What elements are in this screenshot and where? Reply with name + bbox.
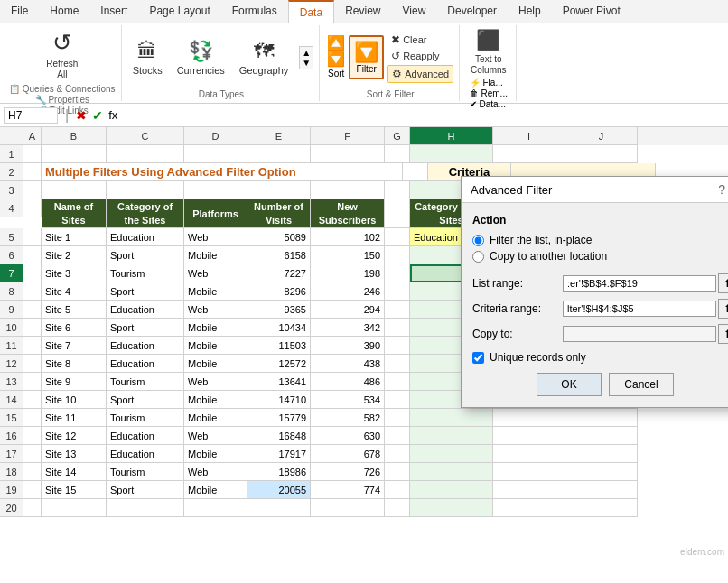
col-header-a[interactable]: A [23, 127, 42, 145]
cell-d4[interactable]: Platforms [184, 199, 247, 228]
tab-insert[interactable]: Insert [89, 0, 138, 23]
tab-page-layout[interactable]: Page Layout [138, 0, 220, 23]
row-header-9[interactable]: 9 [0, 301, 23, 319]
filter-button[interactable]: 🔽 Filter [349, 35, 384, 79]
remove-dup-btn[interactable]: 🗑 Rem... [470, 88, 508, 98]
flash-fill-btn[interactable]: ⚡ Fla... [470, 78, 508, 88]
radio-filter-inplace[interactable]: Filter the list, in-place [472, 234, 728, 246]
cell-c4[interactable]: Category of the Sites [107, 199, 184, 228]
list-range-input[interactable] [563, 275, 716, 292]
col-header-c[interactable]: C [107, 127, 184, 145]
tab-file[interactable]: File [0, 0, 39, 23]
row-header-19[interactable]: 19 [0, 481, 23, 499]
cell-b3[interactable] [42, 181, 107, 199]
row-header-12[interactable]: 12 [0, 355, 23, 373]
text-to-columns-button[interactable]: ⬛ Text toColumns [467, 27, 509, 78]
row-header-10[interactable]: 10 [0, 319, 23, 337]
cell-d6[interactable]: Mobile [184, 246, 247, 264]
cell-b4[interactable]: Name of Sites [42, 199, 107, 228]
cell-h1[interactable] [410, 145, 493, 163]
cell-b7[interactable]: Site 3 [42, 264, 107, 282]
cell-f6[interactable]: 150 [311, 246, 385, 264]
col-header-h[interactable]: H [410, 127, 493, 145]
cell-b5[interactable]: Site 1 [42, 228, 107, 246]
cell-i1[interactable] [493, 145, 565, 163]
reapply-button[interactable]: ↺ Reapply [387, 49, 453, 63]
cell-c1[interactable] [107, 145, 184, 163]
cancel-button[interactable]: Cancel [609, 373, 674, 396]
cell-e6[interactable]: 6158 [247, 246, 311, 264]
row-header-16[interactable]: 16 [0, 427, 23, 445]
list-range-select-btn[interactable]: ⬆ [718, 273, 728, 293]
row-header-18[interactable]: 18 [0, 463, 23, 481]
cell-f4[interactable]: New Subscribers [311, 199, 385, 228]
sort-az-button[interactable]: 🔼 [327, 36, 345, 51]
cell-e1[interactable] [247, 145, 311, 163]
row-header-15[interactable]: 15 [0, 409, 23, 427]
advanced-button[interactable]: ⚙ Advanced [387, 65, 453, 83]
cell-f5[interactable]: 102 [311, 228, 385, 246]
row-header-4[interactable]: 4 [0, 199, 23, 217]
cell-f1[interactable] [311, 145, 385, 163]
row-header-6[interactable]: 6 [0, 246, 23, 264]
col-header-j[interactable]: J [565, 127, 638, 145]
cell-b2[interactable]: Multiple Filters Using Advanced Filter O… [42, 163, 403, 181]
col-header-b[interactable]: B [42, 127, 107, 145]
cell-f7[interactable]: 198 [311, 264, 385, 282]
cell-a2[interactable] [23, 163, 42, 181]
tab-home[interactable]: Home [39, 0, 89, 23]
insert-function-icon[interactable]: fx [108, 108, 117, 122]
cell-g5[interactable] [385, 228, 410, 246]
row-header-17[interactable]: 17 [0, 445, 23, 463]
confirm-entry-icon[interactable]: ✔ [92, 108, 103, 123]
row-header-8[interactable]: 8 [0, 282, 23, 301]
cell-d3[interactable] [184, 181, 247, 199]
row-header-7[interactable]: 7 [0, 264, 23, 282]
queries-connections-btn[interactable]: 📋 Queries & Connections [9, 84, 116, 94]
cell-d5[interactable]: Web [184, 228, 247, 246]
col-header-e[interactable]: E [247, 127, 311, 145]
copy-to-select-btn[interactable]: ⬆ [718, 324, 728, 344]
cell-a5[interactable] [23, 228, 42, 246]
sort-za-button[interactable]: 🔽 [327, 52, 345, 67]
cell-e4[interactable]: Number of Visits [247, 199, 311, 228]
row-header-11[interactable]: 11 [0, 337, 23, 355]
cell-e3[interactable] [247, 181, 311, 199]
unique-records-checkbox[interactable] [472, 352, 484, 364]
cell-e5[interactable]: 5089 [247, 228, 311, 246]
cell-e7[interactable]: 7227 [247, 264, 311, 282]
tab-data[interactable]: Data [288, 0, 334, 23]
cell-j1[interactable] [565, 145, 638, 163]
cell-g3[interactable] [385, 181, 410, 199]
row-header-2[interactable]: 2 [0, 163, 23, 181]
cell-g4[interactable] [385, 199, 410, 228]
tab-review[interactable]: Review [334, 0, 391, 23]
expand-btn[interactable]: ▲▼ [299, 46, 313, 69]
cell-b6[interactable]: Site 2 [42, 246, 107, 264]
cell-b1[interactable] [42, 145, 107, 163]
cell-g1[interactable] [385, 145, 410, 163]
dialog-question-icon[interactable]: ? [718, 182, 725, 197]
tab-formulas[interactable]: Formulas [221, 0, 288, 23]
radio-copy-location-input[interactable] [472, 251, 484, 263]
cell-g2[interactable] [403, 163, 428, 181]
cell-c3[interactable] [107, 181, 184, 199]
stocks-button[interactable]: 🏛 Stocks [129, 38, 166, 78]
properties-btn[interactable]: 🔧 Properties [9, 95, 116, 105]
cell-c5[interactable]: Education [107, 228, 184, 246]
cell-a3[interactable] [23, 181, 42, 199]
cell-a4[interactable] [23, 199, 42, 217]
row-header-14[interactable]: 14 [0, 391, 23, 409]
radio-copy-location[interactable]: Copy to another location [472, 250, 728, 263]
cell-a1[interactable] [23, 145, 42, 163]
row-header-13[interactable]: 13 [0, 373, 23, 391]
row-header-3[interactable]: 3 [0, 181, 23, 199]
tab-help[interactable]: Help [508, 0, 552, 23]
col-header-g[interactable]: G [385, 127, 410, 145]
cell-d1[interactable] [184, 145, 247, 163]
row-header-1[interactable]: 1 [0, 145, 23, 163]
formula-input[interactable] [125, 109, 724, 122]
cell-f3[interactable] [311, 181, 385, 199]
cell-d7[interactable]: Web [184, 264, 247, 282]
cell-c6[interactable]: Sport [107, 246, 184, 264]
